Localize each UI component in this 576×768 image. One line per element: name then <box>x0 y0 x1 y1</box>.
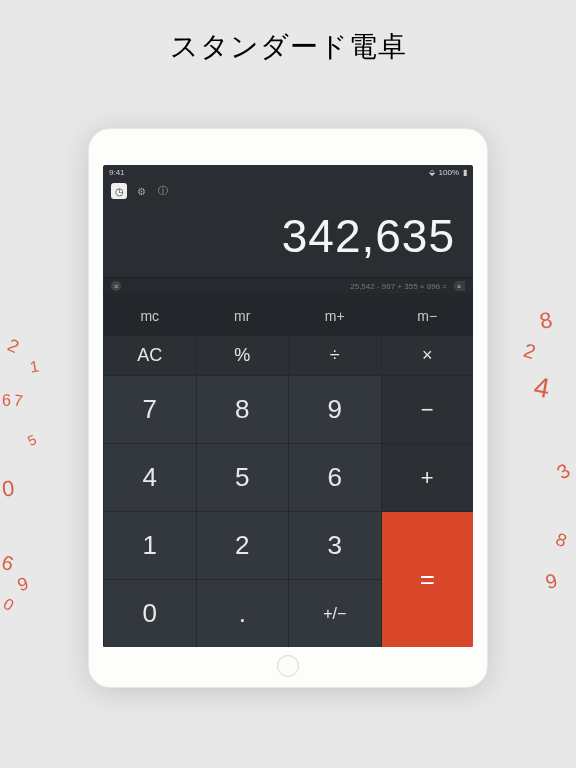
ipad-device: 9:41 ⬙ 100% ▮ ◷ ⚙ ⓘ 342,635 ≡ 25,542 - 9… <box>88 128 488 688</box>
key-1[interactable]: 1 <box>103 511 196 579</box>
key-3[interactable]: 3 <box>288 511 381 579</box>
decorative-digit: 9 <box>543 569 560 594</box>
key-dot[interactable]: . <box>196 579 289 647</box>
key-mc[interactable]: mc <box>103 295 196 335</box>
key-percent[interactable]: % <box>196 335 289 375</box>
decorative-digit: 9 <box>15 573 32 596</box>
key-ac[interactable]: AC <box>103 335 196 375</box>
decorative-digit: 7 <box>13 391 24 410</box>
top-icon-row: ◷ ⚙ ⓘ <box>103 179 473 203</box>
decorative-digit: 3 <box>553 459 574 484</box>
key-2[interactable]: 2 <box>196 511 289 579</box>
decorative-digit: 0 <box>1 476 15 503</box>
decorative-digit: 4 <box>531 371 552 405</box>
decorative-digit: 6 <box>2 392 11 410</box>
keypad: mc mr m+ m− AC % ÷ × 7 8 9 − 4 5 6 1 2 3… <box>103 295 473 647</box>
display-value: 342,635 <box>121 209 455 263</box>
expression-tape: ≡ 25,542 - 987 + 355 × 896 = × <box>103 277 473 295</box>
tape-handle-icon[interactable]: ≡ <box>111 281 121 291</box>
decorative-digit: 2 <box>521 339 539 364</box>
display: 342,635 <box>103 203 473 277</box>
key-7[interactable]: 7 <box>103 375 196 443</box>
key-multiply[interactable]: × <box>381 335 474 375</box>
key-divide[interactable]: ÷ <box>288 335 381 375</box>
history-icon[interactable]: ◷ <box>111 183 127 199</box>
decorative-digit: 0 <box>0 595 17 615</box>
wifi-icon: ⬙ <box>429 168 435 177</box>
key-0[interactable]: 0 <box>103 579 196 647</box>
key-sign[interactable]: +/− <box>288 579 381 647</box>
key-mr[interactable]: mr <box>196 295 289 335</box>
settings-icon[interactable]: ⚙ <box>133 183 149 199</box>
decorative-digit: 8 <box>537 307 554 335</box>
status-time: 9:41 <box>109 168 125 177</box>
key-equals[interactable]: = <box>381 511 474 647</box>
expression-text: 25,542 - 987 + 355 × 896 = <box>121 282 453 291</box>
decorative-digit: 2 <box>4 335 22 358</box>
key-mminus[interactable]: m− <box>381 295 474 335</box>
decorative-digit: 8 <box>553 529 570 552</box>
status-bar: 9:41 ⬙ 100% ▮ <box>103 165 473 179</box>
battery-icon: ▮ <box>463 168 467 177</box>
decorative-digit: 5 <box>25 431 39 449</box>
key-6[interactable]: 6 <box>288 443 381 511</box>
battery-percent: 100% <box>439 168 459 177</box>
key-9[interactable]: 9 <box>288 375 381 443</box>
decorative-digit: 1 <box>29 357 41 376</box>
calculator-app: 9:41 ⬙ 100% ▮ ◷ ⚙ ⓘ 342,635 ≡ 25,542 - 9… <box>103 165 473 647</box>
key-5[interactable]: 5 <box>196 443 289 511</box>
backspace-icon[interactable]: × <box>453 281 465 291</box>
key-8[interactable]: 8 <box>196 375 289 443</box>
page-title: スタンダード電卓 <box>0 0 576 66</box>
home-button[interactable] <box>277 655 299 677</box>
key-minus[interactable]: − <box>381 375 474 443</box>
key-plus[interactable]: + <box>381 443 474 511</box>
key-4[interactable]: 4 <box>103 443 196 511</box>
decorative-digit: 6 <box>0 551 16 576</box>
info-icon[interactable]: ⓘ <box>155 183 171 199</box>
key-mplus[interactable]: m+ <box>288 295 381 335</box>
